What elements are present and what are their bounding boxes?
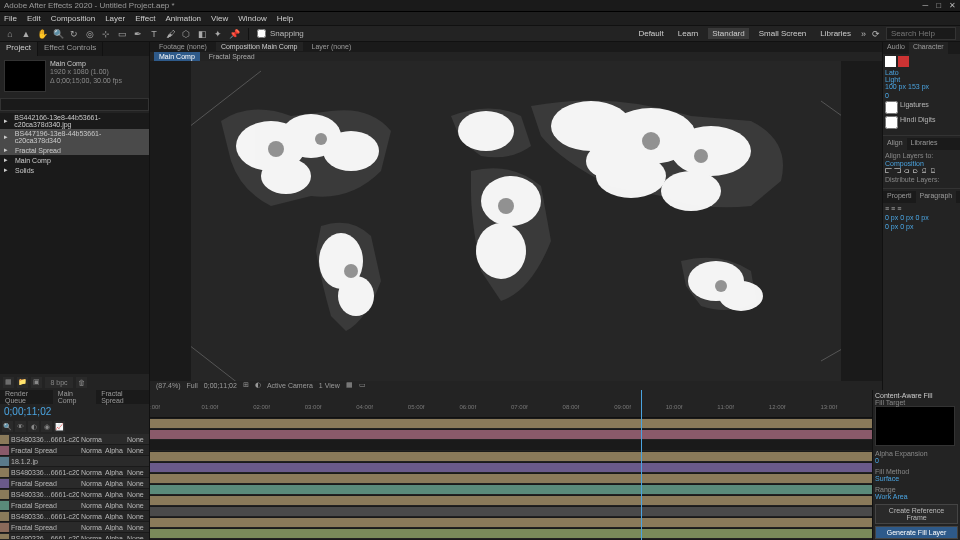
align-left-icon[interactable]: ⫍ (885, 167, 892, 174)
project-item[interactable]: ▸Solids (0, 165, 149, 175)
track[interactable] (150, 495, 872, 506)
range-dropdown[interactable]: Work Area (875, 493, 958, 500)
track[interactable] (150, 528, 872, 539)
camera-tool-icon[interactable]: ◎ (84, 28, 96, 40)
transparency-icon[interactable]: ▦ (346, 381, 353, 389)
layer-bar[interactable] (150, 463, 872, 472)
tab-properties[interactable]: Properti (883, 191, 916, 203)
layer-row[interactable]: BS480336…6661-c20ca378d340.jpgNormaNone (0, 434, 149, 445)
home-icon[interactable]: ⌂ (4, 28, 16, 40)
para-align-left-icon[interactable]: ≡ (885, 205, 889, 212)
ws-standard[interactable]: Standard (708, 28, 748, 39)
tab-character[interactable]: Character (909, 42, 948, 54)
menu-file[interactable]: File (4, 14, 17, 23)
layer-row[interactable]: Fractal SpreadNormaAlphaNone (0, 500, 149, 511)
search-layers-icon[interactable]: 🔍 (2, 421, 13, 432)
tab-tl-main[interactable]: Main Comp (53, 389, 96, 405)
project-item[interactable]: ▸BS442166-13e8-44b53661-c20ca378d340.jpg (0, 113, 149, 129)
pen-tool-icon[interactable]: ✒ (132, 28, 144, 40)
project-item[interactable]: ▸Main Comp (0, 155, 149, 165)
layer-row[interactable]: BS480336…6661-c20ca378d340.jpgNormaAlpha… (0, 533, 149, 539)
font-family-dropdown[interactable]: Lato (885, 69, 958, 76)
tab-effect-controls[interactable]: Effect Controls (38, 42, 103, 56)
hand-tool-icon[interactable]: ✋ (36, 28, 48, 40)
align-to-dropdown[interactable]: Composition (885, 160, 958, 167)
layer-row[interactable]: Fractal SpreadNormaAlphaNone (0, 445, 149, 456)
layer-bar[interactable] (150, 518, 872, 527)
track[interactable] (150, 484, 872, 495)
region-icon[interactable]: ▭ (359, 381, 366, 389)
layer-bar[interactable] (150, 430, 872, 439)
zoom-dropdown[interactable]: (87.4%) (156, 382, 181, 389)
ws-overflow-icon[interactable]: » (861, 29, 866, 39)
create-reference-button[interactable]: Create Reference Frame (875, 504, 958, 524)
bpc-button[interactable]: 8 bpc (45, 377, 73, 388)
project-item[interactable]: ▸BS447196-13e8-44b53661-c20ca378d340 (0, 129, 149, 145)
layer-row[interactable]: BS480336…6661-c20ca378d340.jpgNormaAlpha… (0, 511, 149, 522)
roto-tool-icon[interactable]: ✦ (212, 28, 224, 40)
tab-tl-fractal[interactable]: Fractal Spread (96, 389, 149, 405)
hindi-checkbox[interactable] (885, 116, 898, 129)
track[interactable] (150, 462, 872, 473)
tab-paragraph[interactable]: Paragraph (916, 191, 957, 203)
current-time[interactable]: 0;00;11;02 (0, 404, 149, 419)
camera-dropdown[interactable]: Active Camera (267, 382, 313, 389)
close-icon[interactable]: ✕ (949, 1, 956, 10)
tracking-input[interactable]: 0 (885, 92, 889, 99)
layer-bar[interactable] (150, 485, 872, 494)
layer-bar[interactable] (150, 452, 872, 461)
track[interactable] (150, 429, 872, 440)
ligatures-checkbox[interactable] (885, 101, 898, 114)
rotate-tool-icon[interactable]: ↻ (68, 28, 80, 40)
tab-layer[interactable]: Layer (none) (307, 42, 357, 51)
layer-row[interactable]: Fractal SpreadNormaAlphaNone (0, 522, 149, 533)
tab-align[interactable]: Align (883, 138, 907, 150)
track[interactable] (150, 517, 872, 528)
trash-icon[interactable]: 🗑 (76, 377, 87, 388)
fill-swatch[interactable] (885, 56, 896, 67)
align-top-icon[interactable]: ⫐ (912, 167, 919, 174)
playhead-indicator[interactable] (641, 390, 642, 540)
generate-fill-button[interactable]: Generate Fill Layer (875, 526, 958, 539)
layer-row[interactable]: 18.1.2.jp (0, 456, 149, 467)
ws-libraries[interactable]: Libraries (816, 28, 855, 39)
layer-bar[interactable] (150, 507, 872, 516)
layer-bar[interactable] (150, 419, 872, 428)
stamp-tool-icon[interactable]: ⬡ (180, 28, 192, 40)
layer-row[interactable]: BS480336…6661-c20ca378d340.jpgNormaAlpha… (0, 467, 149, 478)
snapping-checkbox[interactable] (257, 29, 266, 38)
menu-composition[interactable]: Composition (51, 14, 95, 23)
menu-help[interactable]: Help (277, 14, 293, 23)
tab-footage[interactable]: Footage (none) (154, 42, 212, 51)
tab-libraries[interactable]: Libraries (907, 138, 942, 150)
align-hcenter-icon[interactable]: ⫎ (894, 167, 901, 174)
maximize-icon[interactable]: □ (936, 1, 941, 10)
tab-render-queue[interactable]: Render Queue (0, 389, 53, 405)
anchor-tool-icon[interactable]: ⊹ (100, 28, 112, 40)
menu-layer[interactable]: Layer (105, 14, 125, 23)
menu-effect[interactable]: Effect (135, 14, 155, 23)
align-vcenter-icon[interactable]: ⫑ (921, 167, 928, 174)
shy-icon[interactable]: 👁 (15, 421, 26, 432)
timeline-tracks[interactable] (150, 418, 872, 540)
viewer-area[interactable] (150, 61, 882, 381)
project-search-input[interactable] (0, 98, 149, 111)
track[interactable] (150, 440, 872, 451)
tab-project[interactable]: Project (0, 42, 38, 56)
fill-method-dropdown[interactable]: Surface (875, 475, 958, 482)
tab-composition[interactable]: Composition Main Comp (216, 42, 303, 51)
tab-audio[interactable]: Audio (883, 42, 909, 54)
layer-row[interactable]: BS480336…6661-c20ca378d340.jpgNormaAlpha… (0, 489, 149, 500)
zoom-tool-icon[interactable]: 🔍 (52, 28, 64, 40)
view-dropdown[interactable]: 1 View (319, 382, 340, 389)
new-comp-icon[interactable]: ▣ (31, 377, 42, 388)
layer-bar[interactable] (150, 496, 872, 505)
layer-bar[interactable] (150, 529, 872, 538)
eraser-tool-icon[interactable]: ◧ (196, 28, 208, 40)
subtab-fractal[interactable]: Fractal Spread (204, 52, 260, 61)
mask-icon[interactable]: ◐ (255, 381, 261, 389)
track[interactable] (150, 451, 872, 462)
playhead-time[interactable]: 0;00;11;02 (204, 382, 237, 389)
track[interactable] (150, 506, 872, 517)
ws-default[interactable]: Default (634, 28, 667, 39)
